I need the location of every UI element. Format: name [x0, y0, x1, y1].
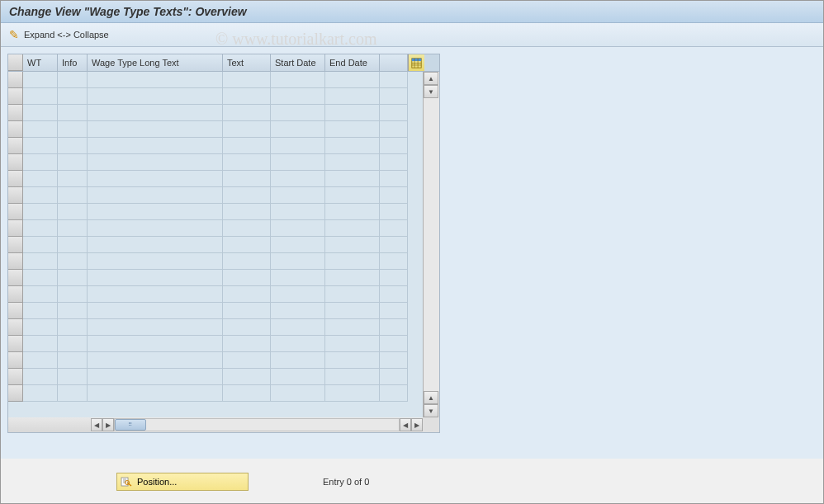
hscroll-track[interactable]: ⠿: [114, 418, 400, 431]
table-cell[interactable]: [58, 237, 88, 253]
table-cell[interactable]: [88, 204, 223, 220]
table-cell[interactable]: [23, 72, 58, 88]
row-selector[interactable]: [8, 270, 23, 286]
row-selector[interactable]: [8, 187, 23, 204]
hscroll-right-button[interactable]: ▶: [102, 418, 114, 431]
table-cell[interactable]: [325, 369, 380, 385]
hscroll-thumb[interactable]: ⠿: [115, 419, 146, 431]
table-cell[interactable]: [380, 270, 408, 286]
table-cell[interactable]: [223, 319, 271, 336]
row-selector[interactable]: [8, 121, 23, 138]
row-selector[interactable]: [8, 303, 23, 319]
table-cell[interactable]: [23, 303, 58, 319]
table-cell[interactable]: [380, 253, 408, 270]
table-cell[interactable]: [223, 253, 271, 270]
table-cell[interactable]: [88, 352, 223, 369]
scroll-up-bottom-button[interactable]: ▲: [424, 391, 438, 404]
column-header-info[interactable]: Info: [58, 54, 88, 71]
hscroll-left-end-button[interactable]: ◀: [400, 418, 411, 431]
table-cell[interactable]: [88, 171, 223, 187]
row-selector[interactable]: [8, 154, 23, 171]
row-selector[interactable]: [8, 138, 23, 154]
table-cell[interactable]: [325, 352, 380, 369]
table-cell[interactable]: [23, 270, 58, 286]
table-cell[interactable]: [271, 171, 325, 187]
row-selector[interactable]: [8, 220, 23, 237]
table-cell[interactable]: [88, 253, 223, 270]
table-cell[interactable]: [88, 385, 223, 402]
row-selector[interactable]: [8, 336, 23, 352]
table-cell[interactable]: [380, 286, 408, 303]
table-cell[interactable]: [271, 105, 325, 121]
table-cell[interactable]: [223, 270, 271, 286]
table-cell[interactable]: [380, 105, 408, 121]
table-cell[interactable]: [23, 286, 58, 303]
table-cell[interactable]: [88, 286, 223, 303]
row-selector[interactable]: [8, 88, 23, 105]
table-cell[interactable]: [23, 154, 58, 171]
table-cell[interactable]: [88, 270, 223, 286]
position-button[interactable]: Position...: [116, 473, 249, 491]
table-cell[interactable]: [88, 187, 223, 204]
column-header-start-date[interactable]: Start Date: [271, 54, 325, 71]
table-cell[interactable]: [23, 121, 58, 138]
table-cell[interactable]: [58, 154, 88, 171]
table-cell[interactable]: [325, 138, 380, 154]
table-cell[interactable]: [325, 237, 380, 253]
table-cell[interactable]: [23, 88, 58, 105]
table-cell[interactable]: [223, 72, 271, 88]
table-cell[interactable]: [58, 352, 88, 369]
row-selector[interactable]: [8, 72, 23, 88]
table-cell[interactable]: [58, 187, 88, 204]
table-cell[interactable]: [88, 220, 223, 237]
table-cell[interactable]: [271, 270, 325, 286]
table-cell[interactable]: [325, 187, 380, 204]
table-cell[interactable]: [380, 352, 408, 369]
table-cell[interactable]: [23, 253, 58, 270]
row-selector[interactable]: [8, 237, 23, 253]
row-selector[interactable]: [8, 286, 23, 303]
table-cell[interactable]: [380, 187, 408, 204]
table-cell[interactable]: [380, 385, 408, 402]
table-cell[interactable]: [271, 336, 325, 352]
table-cell[interactable]: [58, 138, 88, 154]
hscroll-left-button[interactable]: ◀: [91, 418, 102, 431]
table-cell[interactable]: [325, 286, 380, 303]
table-cell[interactable]: [325, 385, 380, 402]
table-cell[interactable]: [325, 220, 380, 237]
table-cell[interactable]: [223, 336, 271, 352]
table-cell[interactable]: [58, 336, 88, 352]
table-cell[interactable]: [58, 220, 88, 237]
table-cell[interactable]: [271, 385, 325, 402]
table-cell[interactable]: [271, 187, 325, 204]
column-header-end-date[interactable]: End Date: [325, 54, 380, 71]
table-cell[interactable]: [58, 105, 88, 121]
table-cell[interactable]: [223, 105, 271, 121]
table-cell[interactable]: [88, 154, 223, 171]
table-cell[interactable]: [58, 253, 88, 270]
scroll-down-button[interactable]: ▼: [424, 85, 438, 98]
table-cell[interactable]: [88, 369, 223, 385]
table-cell[interactable]: [325, 336, 380, 352]
table-cell[interactable]: [88, 121, 223, 138]
table-cell[interactable]: [380, 121, 408, 138]
table-cell[interactable]: [58, 121, 88, 138]
table-cell[interactable]: [23, 385, 58, 402]
table-cell[interactable]: [271, 220, 325, 237]
table-cell[interactable]: [271, 369, 325, 385]
table-cell[interactable]: [223, 303, 271, 319]
table-cell[interactable]: [380, 138, 408, 154]
table-cell[interactable]: [58, 369, 88, 385]
table-config-button[interactable]: [408, 54, 424, 71]
table-cell[interactable]: [58, 204, 88, 220]
table-cell[interactable]: [271, 88, 325, 105]
row-selector[interactable]: [8, 385, 23, 402]
table-cell[interactable]: [271, 154, 325, 171]
table-cell[interactable]: [23, 319, 58, 336]
scroll-down-bottom-button[interactable]: ▼: [424, 404, 438, 417]
table-cell[interactable]: [325, 253, 380, 270]
table-cell[interactable]: [88, 237, 223, 253]
row-selector[interactable]: [8, 253, 23, 270]
vscroll-track[interactable]: [424, 98, 439, 391]
table-cell[interactable]: [271, 286, 325, 303]
